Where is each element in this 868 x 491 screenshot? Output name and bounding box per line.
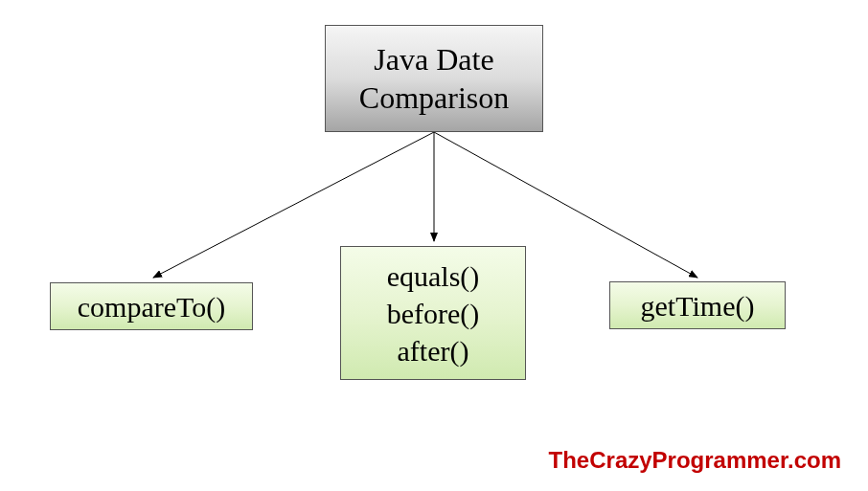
child-label-line3: after() — [398, 332, 469, 369]
root-line1: Java Date — [374, 40, 493, 78]
child-node-compareto: compareTo() — [50, 282, 253, 330]
child-node-gettime: getTime() — [609, 281, 786, 329]
child-label: getTime() — [641, 287, 755, 324]
child-label-line1: equals() — [387, 257, 480, 295]
root-line2: Comparison — [359, 78, 509, 117]
child-label-line2: before() — [387, 295, 480, 332]
child-node-equals-before-after: equals() before() after() — [340, 246, 526, 380]
child-label: compareTo() — [78, 288, 225, 325]
watermark-text: TheCrazyProgrammer.com — [549, 447, 841, 474]
root-node: Java Date Comparison — [325, 25, 543, 132]
